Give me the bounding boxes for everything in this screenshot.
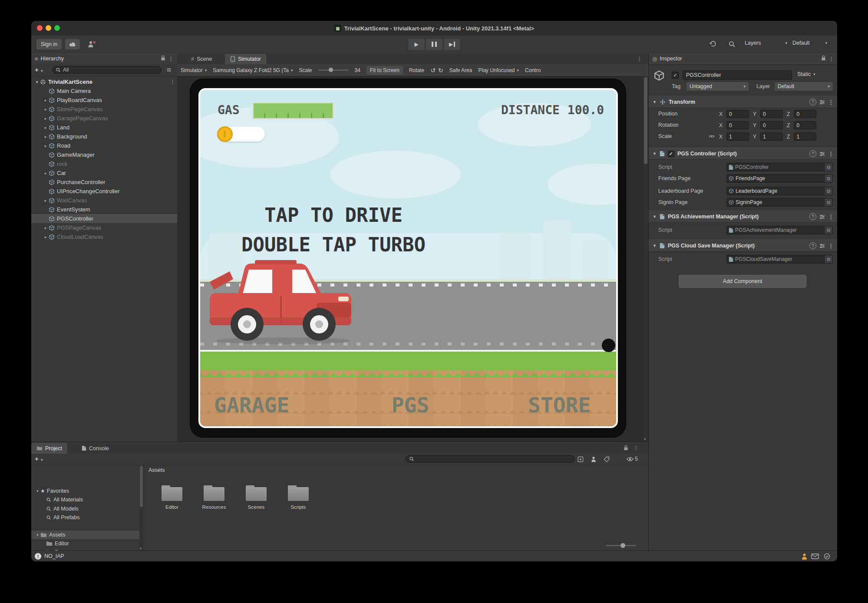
- project-search-input[interactable]: [406, 455, 575, 463]
- object-name-field[interactable]: PGSController: [683, 70, 792, 80]
- foldout-icon[interactable]: ▸: [43, 198, 49, 203]
- assets-root-item[interactable]: ▾ Assets: [31, 531, 139, 539]
- viewport-scrollbar-thumb[interactable]: [644, 77, 647, 164]
- hierarchy-item[interactable]: ▸StorePageCanvas: [31, 105, 188, 114]
- search-button[interactable]: [728, 40, 736, 48]
- scene-menu-icon[interactable]: ⋮: [170, 79, 175, 85]
- hierarchy-item[interactable]: ▸GaragePageCanvas: [31, 114, 188, 123]
- foldout-icon[interactable]: ▸: [43, 125, 49, 130]
- hierarchy-item[interactable]: PurchaseController: [31, 178, 188, 187]
- rotate-ccw-button[interactable]: ↺: [430, 67, 436, 74]
- inspector-menu-button[interactable]: ⋮: [828, 56, 834, 62]
- hierarchy-item[interactable]: GameManager: [31, 150, 188, 159]
- add-component-button[interactable]: Add Component: [679, 275, 806, 288]
- folder-item[interactable]: Scripts: [277, 485, 319, 510]
- object-picker-icon[interactable]: ⊙: [824, 163, 832, 171]
- component-menu-button[interactable]: ⋮: [828, 99, 834, 105]
- object-picker-icon[interactable]: ⊙: [824, 187, 832, 195]
- hierarchy-item[interactable]: ▸Background: [31, 132, 188, 141]
- hierarchy-item[interactable]: EventSystem: [31, 205, 188, 214]
- simulator-dropdown[interactable]: Simulator▾: [181, 67, 207, 73]
- create-asset-button[interactable]: +: [35, 455, 39, 462]
- object-picker-icon[interactable]: ⊙: [824, 255, 832, 263]
- foldout-icon[interactable]: ▸: [43, 171, 49, 175]
- garage-button[interactable]: GARAGE: [214, 393, 289, 417]
- component-menu-button[interactable]: ⋮: [828, 151, 834, 157]
- assets-breadcrumb[interactable]: Assets: [149, 467, 165, 473]
- project-tree-scrollbar[interactable]: ▾: [139, 465, 143, 551]
- cloud-services-button[interactable]: [65, 39, 80, 49]
- hierarchy-search-input[interactable]: All: [52, 66, 162, 74]
- tree-folder[interactable]: Editor: [31, 539, 139, 548]
- favorite-item[interactable]: All Materials: [31, 495, 139, 504]
- device-dropdown[interactable]: Samsung Galaxy Z Fold2 5G (Ta▾: [213, 67, 293, 73]
- scroll-down-icon[interactable]: ▾: [644, 437, 646, 441]
- hierarchy-item[interactable]: ▸Land: [31, 123, 188, 132]
- search-by-type-icon[interactable]: [578, 456, 584, 462]
- safe-area-button[interactable]: Safe Area: [449, 67, 472, 73]
- foldout-icon[interactable]: ▼: [653, 100, 657, 104]
- object-picker-icon[interactable]: ⊙: [824, 226, 832, 234]
- coin-toggle[interactable]: [218, 127, 265, 142]
- component-menu-button[interactable]: ⋮: [828, 243, 834, 249]
- scale-z-field[interactable]: 1: [794, 132, 816, 141]
- view-tabs-menu-button[interactable]: ⋮: [637, 56, 642, 62]
- hierarchy-lock-icon[interactable]: [161, 55, 165, 62]
- thumbnail-zoom-slider[interactable]: [606, 545, 636, 546]
- label-filter-icon[interactable]: [604, 456, 610, 462]
- help-icon[interactable]: ?: [809, 242, 816, 249]
- position-x-field[interactable]: 0: [726, 110, 749, 118]
- hierarchy-item[interactable]: ▸Car: [31, 168, 188, 178]
- scale-link-icon[interactable]: [709, 133, 715, 139]
- viewport-scrollbar[interactable]: ▾: [644, 76, 648, 442]
- layers-dropdown[interactable]: Layers▾: [745, 40, 787, 46]
- hierarchy-item-scene[interactable]: ▾ TrivialKartScene ⋮: [31, 77, 180, 86]
- hierarchy-item[interactable]: ▸WaitCanvas: [31, 196, 188, 205]
- collab-character-icon[interactable]: [801, 553, 808, 560]
- warning-icon[interactable]: !: [35, 553, 41, 560]
- object-picker-icon[interactable]: ⊙: [824, 198, 832, 206]
- sign-in-button[interactable]: Sign in: [36, 39, 62, 49]
- store-button[interactable]: STORE: [528, 393, 591, 417]
- rotation-y-field[interactable]: 0: [760, 121, 783, 129]
- console-messages-icon[interactable]: [811, 554, 819, 559]
- play-button[interactable]: ▶: [408, 39, 425, 50]
- step-button[interactable]: ▶: [444, 39, 460, 50]
- pgs-controller-header[interactable]: ▼ ✓ PGS Controller (Script) ? ⋮: [649, 148, 837, 160]
- foldout-icon[interactable]: ▼: [653, 244, 657, 248]
- search-window-icon[interactable]: ⊞: [167, 67, 171, 73]
- position-y-field[interactable]: 0: [760, 110, 783, 118]
- play-unfocused-dropdown[interactable]: Play Unfocused▾: [478, 67, 519, 73]
- folder-item[interactable]: Scenes: [235, 485, 277, 510]
- scroll-down-icon[interactable]: ▾: [140, 547, 142, 550]
- foldout-icon[interactable]: ▸: [43, 144, 49, 148]
- inspector-lock-icon[interactable]: [821, 55, 826, 62]
- foldout-icon[interactable]: ▼: [653, 152, 657, 156]
- favorites-filter-icon[interactable]: [591, 456, 597, 462]
- create-object-caret-icon[interactable]: ▾: [41, 69, 43, 73]
- rotation-z-field[interactable]: 0: [794, 121, 816, 129]
- help-icon[interactable]: ?: [809, 213, 816, 220]
- fit-to-screen-button[interactable]: Fit to Screen: [366, 66, 403, 75]
- object-picker-icon[interactable]: ⊙: [824, 175, 832, 182]
- scale-y-field[interactable]: 1: [760, 132, 783, 141]
- pgs-achievement-manager-header[interactable]: ▼ PGS Achievement Manager (Script) ? ⋮: [649, 211, 837, 223]
- favorite-item[interactable]: All Prefabs: [31, 513, 139, 522]
- project-menu-button[interactable]: ⋮: [633, 445, 639, 451]
- rotation-x-field[interactable]: 0: [726, 121, 749, 129]
- script-object-field[interactable]: PGSCloudSaveManager ⊙: [726, 255, 833, 264]
- foldout-icon[interactable]: ▸: [43, 226, 49, 230]
- layout-dropdown[interactable]: Default▾: [792, 40, 827, 46]
- scale-slider-thumb[interactable]: [329, 68, 333, 72]
- tag-dropdown[interactable]: Untagged▾: [686, 82, 749, 91]
- folder-item[interactable]: Editor: [151, 485, 193, 510]
- help-icon[interactable]: ?: [809, 99, 816, 105]
- hierarchy-menu-button[interactable]: ⋮: [168, 56, 174, 62]
- foldout-icon[interactable]: ▸: [43, 135, 49, 139]
- favorite-item[interactable]: All Models: [31, 504, 139, 513]
- pgs-cloud-save-manager-header[interactable]: ▼ PGS Cloud Save Manager (Script) ? ⋮: [649, 240, 837, 252]
- hierarchy-item[interactable]: UIPriceChangeController: [31, 187, 188, 196]
- collab-error-button[interactable]: ✕: [84, 39, 99, 49]
- hierarchy-item[interactable]: rock: [31, 159, 188, 168]
- thumbnail-zoom-thumb[interactable]: [620, 543, 625, 548]
